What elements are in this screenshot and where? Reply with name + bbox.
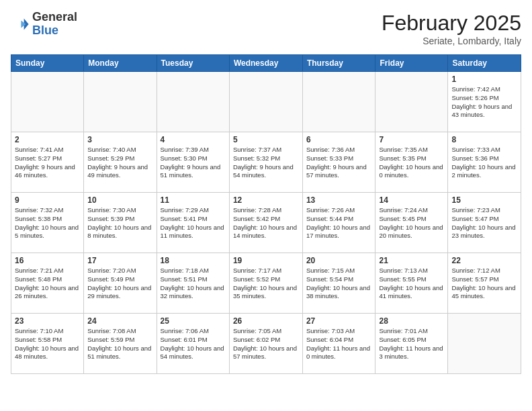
day-number: 25 bbox=[161, 316, 226, 326]
page-header: General Blue February 2025 Seriate, Lomb… bbox=[11, 11, 521, 46]
calendar-table: SundayMondayTuesdayWednesdayThursdayFrid… bbox=[11, 54, 521, 374]
calendar-cell: 20Sunrise: 7:15 AMSunset: 5:54 PMDayligh… bbox=[302, 253, 375, 314]
calendar-cell: 23Sunrise: 7:10 AMSunset: 5:58 PMDayligh… bbox=[11, 314, 84, 374]
day-info: Sunrise: 7:10 AMSunset: 5:58 PMDaylight:… bbox=[15, 327, 80, 361]
day-info: Sunrise: 7:13 AMSunset: 5:55 PMDaylight:… bbox=[379, 267, 444, 301]
day-number: 22 bbox=[451, 256, 517, 265]
day-info: Sunrise: 7:20 AMSunset: 5:49 PMDaylight:… bbox=[87, 267, 152, 301]
calendar-week-3: 16Sunrise: 7:21 AMSunset: 5:48 PMDayligh… bbox=[11, 253, 521, 314]
day-info: Sunrise: 7:08 AMSunset: 5:59 PMDaylight:… bbox=[87, 327, 152, 361]
day-number: 8 bbox=[451, 135, 517, 144]
logo: General Blue bbox=[11, 11, 77, 38]
day-number: 3 bbox=[87, 135, 152, 144]
calendar-week-0: 1Sunrise: 7:42 AMSunset: 5:26 PMDaylight… bbox=[11, 72, 521, 132]
calendar-cell: 18Sunrise: 7:18 AMSunset: 5:51 PMDayligh… bbox=[157, 253, 229, 314]
day-info: Sunrise: 7:21 AMSunset: 5:48 PMDaylight:… bbox=[15, 267, 80, 301]
day-info: Sunrise: 7:40 AMSunset: 5:29 PMDaylight:… bbox=[87, 146, 152, 180]
day-number: 10 bbox=[87, 195, 152, 205]
day-number: 16 bbox=[15, 256, 80, 265]
day-number: 18 bbox=[161, 256, 226, 265]
day-number: 14 bbox=[379, 195, 444, 205]
calendar-cell: 22Sunrise: 7:12 AMSunset: 5:57 PMDayligh… bbox=[448, 253, 521, 314]
calendar-cell: 26Sunrise: 7:05 AMSunset: 6:02 PMDayligh… bbox=[229, 314, 302, 374]
day-info: Sunrise: 7:33 AMSunset: 5:36 PMDaylight:… bbox=[451, 146, 517, 180]
calendar-cell: 16Sunrise: 7:21 AMSunset: 5:48 PMDayligh… bbox=[11, 253, 84, 314]
calendar-cell: 24Sunrise: 7:08 AMSunset: 5:59 PMDayligh… bbox=[84, 314, 157, 374]
calendar-cell bbox=[157, 72, 229, 132]
day-number: 23 bbox=[15, 316, 80, 326]
col-header-sunday: Sunday bbox=[11, 55, 84, 72]
day-info: Sunrise: 7:28 AMSunset: 5:42 PMDaylight:… bbox=[233, 206, 299, 240]
calendar-cell: 10Sunrise: 7:30 AMSunset: 5:39 PMDayligh… bbox=[84, 193, 157, 253]
logo-text: General Blue bbox=[32, 11, 77, 38]
day-number: 4 bbox=[161, 135, 226, 144]
day-number: 1 bbox=[451, 75, 517, 84]
calendar-week-1: 2Sunrise: 7:41 AMSunset: 5:27 PMDaylight… bbox=[11, 132, 521, 193]
month-info: February 2025 Seriate, Lombardy, Italy bbox=[382, 11, 521, 46]
location: Seriate, Lombardy, Italy bbox=[382, 36, 521, 46]
day-info: Sunrise: 7:18 AMSunset: 5:51 PMDaylight:… bbox=[161, 267, 226, 301]
calendar-cell: 7Sunrise: 7:35 AMSunset: 5:35 PMDaylight… bbox=[375, 132, 448, 193]
calendar-cell bbox=[375, 72, 448, 132]
calendar-cell: 17Sunrise: 7:20 AMSunset: 5:49 PMDayligh… bbox=[84, 253, 157, 314]
col-header-thursday: Thursday bbox=[302, 55, 375, 72]
day-number: 27 bbox=[306, 316, 372, 326]
calendar-cell: 6Sunrise: 7:36 AMSunset: 5:33 PMDaylight… bbox=[302, 132, 375, 193]
day-number: 11 bbox=[161, 195, 226, 205]
calendar-cell bbox=[11, 72, 84, 132]
day-info: Sunrise: 7:03 AMSunset: 6:04 PMDaylight:… bbox=[306, 327, 372, 361]
calendar-cell: 11Sunrise: 7:29 AMSunset: 5:41 PMDayligh… bbox=[157, 193, 229, 253]
col-header-tuesday: Tuesday bbox=[157, 55, 229, 72]
day-number: 6 bbox=[306, 135, 372, 144]
day-number: 2 bbox=[15, 135, 80, 144]
day-info: Sunrise: 7:35 AMSunset: 5:35 PMDaylight:… bbox=[379, 146, 444, 180]
calendar-cell bbox=[84, 72, 157, 132]
col-header-monday: Monday bbox=[84, 55, 157, 72]
day-number: 28 bbox=[379, 316, 444, 326]
col-header-saturday: Saturday bbox=[448, 55, 521, 72]
day-info: Sunrise: 7:06 AMSunset: 6:01 PMDaylight:… bbox=[161, 327, 226, 361]
day-number: 17 bbox=[87, 256, 152, 265]
day-number: 7 bbox=[379, 135, 444, 144]
day-info: Sunrise: 7:17 AMSunset: 5:52 PMDaylight:… bbox=[233, 267, 299, 301]
calendar-cell: 13Sunrise: 7:26 AMSunset: 5:44 PMDayligh… bbox=[302, 193, 375, 253]
calendar-cell: 25Sunrise: 7:06 AMSunset: 6:01 PMDayligh… bbox=[157, 314, 229, 374]
month-title: February 2025 bbox=[382, 11, 521, 36]
calendar-week-2: 9Sunrise: 7:32 AMSunset: 5:38 PMDaylight… bbox=[11, 193, 521, 253]
day-number: 24 bbox=[87, 316, 152, 326]
calendar-cell: 15Sunrise: 7:23 AMSunset: 5:47 PMDayligh… bbox=[448, 193, 521, 253]
day-number: 19 bbox=[233, 256, 299, 265]
day-info: Sunrise: 7:26 AMSunset: 5:44 PMDaylight:… bbox=[306, 206, 372, 240]
logo-blue: Blue bbox=[32, 24, 58, 37]
calendar-cell: 12Sunrise: 7:28 AMSunset: 5:42 PMDayligh… bbox=[229, 193, 302, 253]
logo-general: General bbox=[32, 10, 77, 24]
day-info: Sunrise: 7:36 AMSunset: 5:33 PMDaylight:… bbox=[306, 146, 372, 180]
calendar-cell: 1Sunrise: 7:42 AMSunset: 5:26 PMDaylight… bbox=[448, 72, 521, 132]
day-info: Sunrise: 7:32 AMSunset: 5:38 PMDaylight:… bbox=[15, 206, 80, 240]
calendar-cell: 4Sunrise: 7:39 AMSunset: 5:30 PMDaylight… bbox=[157, 132, 229, 193]
calendar-cell: 27Sunrise: 7:03 AMSunset: 6:04 PMDayligh… bbox=[302, 314, 375, 374]
calendar-cell bbox=[302, 72, 375, 132]
day-number: 26 bbox=[233, 316, 299, 326]
day-number: 9 bbox=[15, 195, 80, 205]
col-header-friday: Friday bbox=[375, 55, 448, 72]
day-number: 12 bbox=[233, 195, 299, 205]
day-number: 20 bbox=[306, 256, 372, 265]
day-info: Sunrise: 7:37 AMSunset: 5:32 PMDaylight:… bbox=[233, 146, 299, 180]
day-info: Sunrise: 7:12 AMSunset: 5:57 PMDaylight:… bbox=[451, 267, 517, 301]
day-info: Sunrise: 7:05 AMSunset: 6:02 PMDaylight:… bbox=[233, 327, 299, 361]
day-info: Sunrise: 7:01 AMSunset: 6:05 PMDaylight:… bbox=[379, 327, 444, 361]
calendar-cell bbox=[448, 314, 521, 374]
day-number: 13 bbox=[306, 195, 372, 205]
day-info: Sunrise: 7:23 AMSunset: 5:47 PMDaylight:… bbox=[451, 206, 517, 240]
day-info: Sunrise: 7:41 AMSunset: 5:27 PMDaylight:… bbox=[15, 146, 80, 180]
calendar-cell: 19Sunrise: 7:17 AMSunset: 5:52 PMDayligh… bbox=[229, 253, 302, 314]
day-info: Sunrise: 7:30 AMSunset: 5:39 PMDaylight:… bbox=[87, 206, 152, 240]
logo-icon bbox=[11, 15, 30, 34]
calendar-header-row: SundayMondayTuesdayWednesdayThursdayFrid… bbox=[11, 55, 521, 72]
col-header-wednesday: Wednesday bbox=[229, 55, 302, 72]
day-info: Sunrise: 7:24 AMSunset: 5:45 PMDaylight:… bbox=[379, 206, 444, 240]
calendar-cell: 21Sunrise: 7:13 AMSunset: 5:55 PMDayligh… bbox=[375, 253, 448, 314]
calendar-cell: 5Sunrise: 7:37 AMSunset: 5:32 PMDaylight… bbox=[229, 132, 302, 193]
calendar-week-4: 23Sunrise: 7:10 AMSunset: 5:58 PMDayligh… bbox=[11, 314, 521, 374]
